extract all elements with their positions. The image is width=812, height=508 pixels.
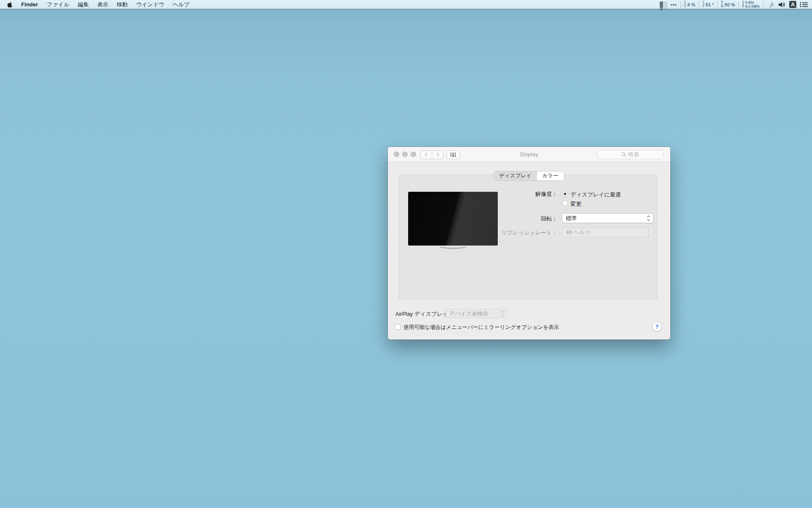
menu-view[interactable]: 表示	[93, 0, 112, 9]
cpu-value: 4 %	[687, 2, 695, 7]
close-button[interactable]	[394, 152, 399, 157]
input-source-icon[interactable]: A	[789, 1, 796, 8]
volume-icon[interactable]	[779, 2, 786, 8]
cpu-meter[interactable]: C P U 4 %	[684, 1, 695, 8]
display-preferences-window: Display 検索 ディスプレイ カラー 解像度： ディスプレイに最適 変更 …	[388, 147, 670, 340]
radio-best-for-display[interactable]	[562, 191, 568, 197]
menu-help[interactable]: ヘルプ	[168, 0, 194, 9]
mirroring-checkbox-label[interactable]: 使用可能な場合はメニューバーにミラーリングオプションを表示	[403, 324, 559, 331]
radio-scaled[interactable]	[562, 200, 568, 206]
grid-icon	[450, 153, 456, 157]
tab-display[interactable]: ディスプレイ	[494, 171, 537, 180]
stepper-icon	[646, 216, 653, 221]
menu-meter-bars-icon[interactable]	[660, 1, 667, 8]
monitor-stand	[438, 243, 468, 249]
refresh-rate-label: リフレッシュレート：	[464, 229, 557, 237]
search-placeholder: 検索	[628, 151, 639, 158]
status-ellipsis[interactable]: •••	[671, 0, 677, 9]
help-button[interactable]: ?	[652, 322, 662, 331]
menu-file[interactable]: ファイル	[43, 0, 74, 9]
desktop: { "menu_bar": { "menus": [ { "label": "F…	[0, 0, 812, 508]
status-separator	[699, 1, 699, 8]
status-separator	[763, 1, 763, 8]
menu-window[interactable]: ウインドウ	[132, 0, 169, 9]
search-input[interactable]: 検索	[597, 150, 664, 159]
menu-finder[interactable]: Finder	[16, 0, 43, 9]
rotation-label: 回転：	[498, 215, 557, 223]
chevron-right-icon	[435, 153, 439, 157]
refresh-rate-dropdown: 48 ヘルツ	[562, 228, 653, 237]
rotation-value: 標準	[566, 215, 577, 222]
mirroring-checkbox[interactable]	[395, 324, 401, 330]
back-button[interactable]	[420, 150, 432, 159]
minimize-button[interactable]	[402, 152, 408, 157]
stepper-icon	[500, 311, 507, 316]
cpu-letter: U	[684, 6, 686, 8]
ram-value: 50 %	[724, 2, 735, 7]
radio-scaled-label[interactable]: 変更	[571, 200, 582, 208]
apple-icon	[7, 1, 12, 8]
tab-color[interactable]: カラー	[537, 171, 564, 180]
airplay-value: デバイス未検出	[449, 310, 488, 318]
refresh-rate-value: 48 ヘルツ	[566, 229, 590, 236]
status-separator	[738, 1, 739, 8]
menu-bar-status: ••• C P U 4 % C U T 51 ° R A M	[660, 0, 812, 9]
apple-menu[interactable]	[0, 1, 16, 8]
cpu-temp-meter[interactable]: C U T 51 °	[702, 1, 714, 8]
ram-letter: M	[721, 6, 723, 8]
notification-list-icon[interactable]	[800, 2, 808, 8]
menu-go[interactable]: 移動	[112, 0, 132, 9]
chevron-left-icon	[425, 153, 429, 157]
temp-letter: T	[702, 6, 704, 8]
hdd-write-value: 6.1 KB/s	[745, 5, 760, 8]
airplay-dropdown: デバイス未検出	[445, 309, 508, 318]
title-bar[interactable]: Display 検索	[388, 147, 670, 162]
stepper-icon	[646, 230, 653, 235]
ram-meter[interactable]: R A M 50 %	[721, 1, 735, 8]
radio-best-for-display-label[interactable]: ディスプレイに最適	[571, 191, 621, 199]
airplay-label: AirPlay ディスプレイ：	[395, 310, 454, 318]
search-icon	[621, 152, 626, 157]
forward-button[interactable]	[432, 150, 443, 159]
status-separator	[680, 1, 681, 8]
hdd-meter[interactable]: H D D 0 B/s 6.1 KB/s	[742, 1, 760, 8]
status-separator	[717, 1, 718, 8]
menu-edit[interactable]: 編集	[74, 0, 93, 9]
rotation-dropdown[interactable]: 標準	[562, 213, 653, 223]
zoom-button[interactable]	[411, 152, 416, 157]
resolution-label: 解像度：	[498, 190, 557, 198]
monitor-image	[408, 192, 498, 246]
menu-bar: Finder ファイル 編集 表示 移動 ウインドウ ヘルプ ••• C P U…	[0, 0, 812, 9]
hdd-letter: D	[742, 6, 744, 8]
signal-meter-icon[interactable]	[767, 1, 775, 8]
cpu-temp-value: 51 °	[705, 2, 714, 7]
show-all-button[interactable]	[447, 150, 460, 159]
tab-bar: ディスプレイ カラー	[494, 171, 564, 181]
